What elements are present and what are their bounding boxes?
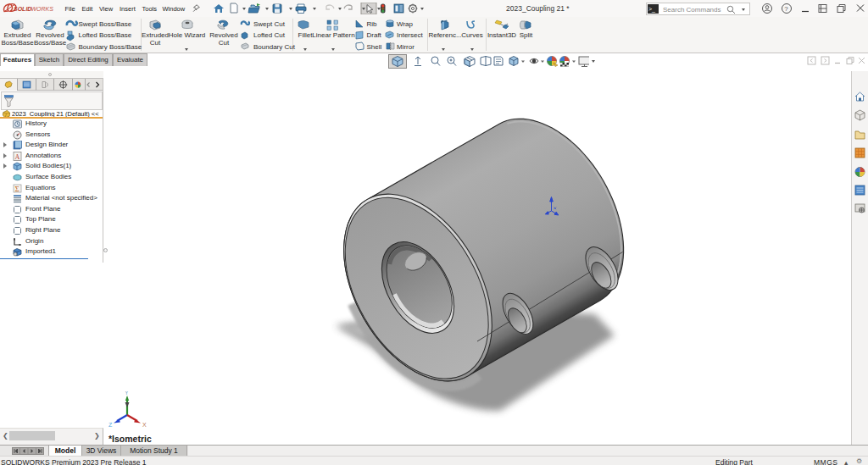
- svg-text:Y: Y: [125, 391, 129, 396]
- svg-text:WORKS: WORKS: [31, 6, 54, 12]
- svg-text:SOLID: SOLID: [14, 6, 31, 12]
- svg-text:A: A: [15, 152, 20, 160]
- svg-text:Z: Z: [108, 422, 113, 428]
- svg-text:?: ?: [784, 5, 788, 13]
- svg-text:X: X: [142, 422, 147, 428]
- svg-text:Σ: Σ: [15, 184, 19, 192]
